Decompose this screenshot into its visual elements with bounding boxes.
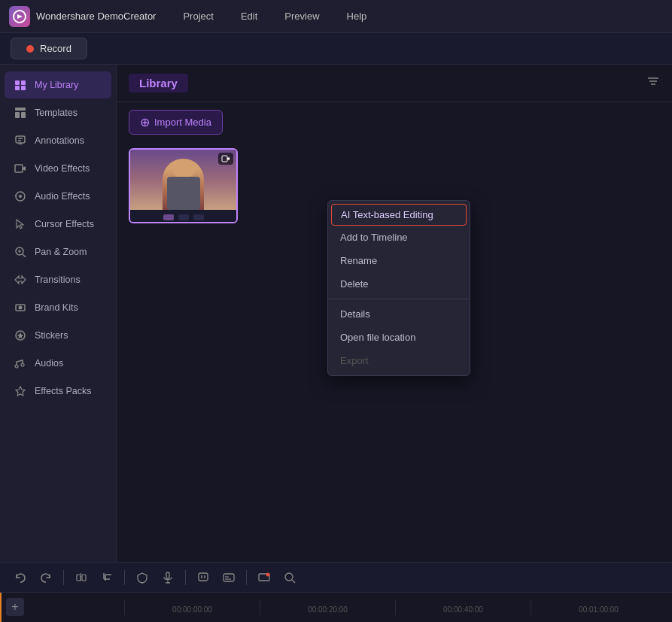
context-menu-rename[interactable]: Rename bbox=[328, 249, 470, 272]
sidebar: My Library Templates Anno bbox=[0, 65, 117, 562]
sidebar-item-brand-kits[interactable]: Brand Kits bbox=[5, 294, 111, 321]
sidebar-label-transitions: Transitions bbox=[35, 275, 81, 285]
import-button-label: Import Media bbox=[154, 117, 211, 128]
undo-button[interactable] bbox=[9, 566, 32, 589]
sidebar-label-pan-zoom: Pan & Zoom bbox=[35, 247, 87, 257]
sidebar-label-audios: Audios bbox=[35, 358, 63, 369]
sidebar-item-annotations[interactable]: Annotations bbox=[5, 127, 111, 154]
crop-button[interactable] bbox=[96, 566, 118, 589]
context-menu-ai-text[interactable]: AI Text-based Editing bbox=[331, 204, 467, 226]
record-dot-icon bbox=[26, 45, 34, 53]
import-media-button[interactable]: ⊕ Import Media bbox=[129, 110, 223, 135]
svg-line-48 bbox=[292, 580, 295, 583]
svg-point-20 bbox=[19, 306, 23, 310]
pan-zoom-icon bbox=[14, 245, 27, 259]
templates-icon bbox=[14, 106, 27, 120]
menu-edit[interactable]: Edit bbox=[235, 8, 263, 25]
svg-rect-28 bbox=[222, 156, 227, 162]
mic-button[interactable] bbox=[157, 566, 179, 589]
split-button[interactable] bbox=[70, 566, 93, 589]
add-track-button[interactable]: + bbox=[6, 598, 24, 616]
sidebar-item-pan-zoom[interactable]: Pan & Zoom bbox=[5, 238, 111, 265]
svg-rect-4 bbox=[21, 86, 26, 90]
redo-button[interactable] bbox=[35, 566, 57, 589]
thumb-bottom-1 bbox=[130, 210, 236, 223]
context-menu-divider bbox=[328, 299, 470, 299]
sidebar-label-brand-kits: Brand Kits bbox=[35, 302, 78, 313]
svg-rect-42 bbox=[223, 574, 234, 581]
context-menu-details[interactable]: Details bbox=[328, 302, 470, 326]
svg-rect-36 bbox=[166, 572, 169, 578]
toolbar-row: ⊕ Import Media bbox=[117, 102, 672, 142]
caption-button[interactable] bbox=[217, 566, 240, 589]
sidebar-label-audio-effects: Audio Effects bbox=[35, 191, 90, 202]
sidebar-item-effects-packs[interactable]: Effects Packs bbox=[5, 378, 111, 405]
screen-record-button[interactable] bbox=[253, 566, 275, 589]
timeline-divider-3 bbox=[185, 570, 186, 585]
timeline-divider-4 bbox=[246, 570, 247, 585]
my-library-icon bbox=[14, 78, 27, 92]
record-button-label: Record bbox=[40, 43, 71, 54]
sidebar-item-transitions[interactable]: Transitions bbox=[5, 266, 111, 293]
zoom-button[interactable] bbox=[278, 566, 301, 589]
filter-icon[interactable] bbox=[646, 75, 660, 92]
svg-rect-3 bbox=[15, 86, 20, 90]
timeline-toolbar bbox=[0, 563, 672, 593]
context-menu-export: Export bbox=[328, 349, 470, 372]
timeline-bar: 00:00:00:00 00:00:20:00 00:00:40:00 00:0… bbox=[0, 593, 672, 622]
content-area: Library ⊕ Import Media bbox=[117, 65, 672, 562]
thumb-dot-1 bbox=[163, 214, 174, 220]
timeline-mark-3: 00:01:00:00 bbox=[531, 600, 666, 615]
sidebar-item-templates[interactable]: Templates bbox=[5, 99, 111, 126]
audios-icon bbox=[14, 357, 27, 370]
svg-rect-39 bbox=[199, 573, 208, 581]
record-button[interactable]: Record bbox=[11, 38, 87, 59]
menu-help[interactable]: Help bbox=[341, 8, 373, 25]
svg-rect-8 bbox=[16, 136, 25, 143]
menu-preview[interactable]: Preview bbox=[278, 8, 325, 25]
svg-line-16 bbox=[23, 254, 26, 257]
library-header: Library bbox=[117, 65, 672, 102]
effects-packs-icon bbox=[14, 384, 27, 398]
sidebar-label-effects-packs: Effects Packs bbox=[35, 386, 92, 396]
media-thumb-1[interactable] bbox=[129, 148, 238, 223]
transitions-icon bbox=[14, 273, 27, 287]
cursor-effects-icon bbox=[14, 217, 27, 231]
top-bar: Wondershare DemoCreator Project Edit Pre… bbox=[0, 0, 672, 33]
svg-point-47 bbox=[285, 573, 293, 581]
sidebar-label-my-library: My Library bbox=[35, 80, 78, 90]
thumb-dot-3 bbox=[193, 214, 204, 220]
sidebar-item-audio-effects[interactable]: Audio Effects bbox=[5, 183, 111, 210]
timeline-mark-2: 00:00:40:00 bbox=[395, 600, 531, 615]
svg-rect-29 bbox=[77, 575, 81, 581]
sidebar-item-audios[interactable]: Audios bbox=[5, 350, 111, 377]
svg-rect-5 bbox=[15, 108, 26, 111]
video-effects-icon bbox=[14, 162, 27, 175]
sidebar-label-cursor-effects: Cursor Effects bbox=[35, 219, 94, 229]
import-plus-icon: ⊕ bbox=[140, 115, 150, 129]
brand-kits-icon bbox=[14, 301, 27, 314]
svg-rect-6 bbox=[15, 112, 20, 118]
menu-project[interactable]: Project bbox=[177, 8, 219, 25]
sidebar-item-my-library[interactable]: My Library bbox=[5, 71, 111, 99]
timeline-needle[interactable] bbox=[0, 593, 2, 622]
sidebar-item-video-effects[interactable]: Video Effects bbox=[5, 155, 111, 182]
shield-button[interactable] bbox=[131, 566, 154, 589]
app-name: Wondershare DemoCreator bbox=[36, 11, 156, 22]
logo-area: Wondershare DemoCreator bbox=[9, 6, 156, 27]
sidebar-item-stickers[interactable]: Stickers bbox=[5, 322, 111, 349]
bottom-timeline-area: 00:00:00:00 00:00:20:00 00:00:40:00 00:0… bbox=[0, 562, 672, 622]
svg-rect-2 bbox=[21, 80, 26, 85]
context-menu-open-file[interactable]: Open file location bbox=[328, 326, 470, 349]
timeline-divider-1 bbox=[63, 570, 64, 585]
audio-effects-icon bbox=[14, 190, 27, 203]
context-menu-add-timeline[interactable]: Add to Timeline bbox=[328, 226, 470, 249]
sidebar-item-cursor-effects[interactable]: Cursor Effects bbox=[5, 211, 111, 238]
library-title: Library bbox=[129, 74, 188, 93]
stickers-icon bbox=[14, 329, 27, 342]
context-menu-delete[interactable]: Delete bbox=[328, 272, 470, 296]
twitch-button[interactable] bbox=[192, 566, 214, 589]
timeline-mark-1: 00:00:20:00 bbox=[260, 600, 395, 615]
svg-marker-24 bbox=[16, 387, 25, 396]
sidebar-label-annotations: Annotations bbox=[35, 135, 84, 146]
